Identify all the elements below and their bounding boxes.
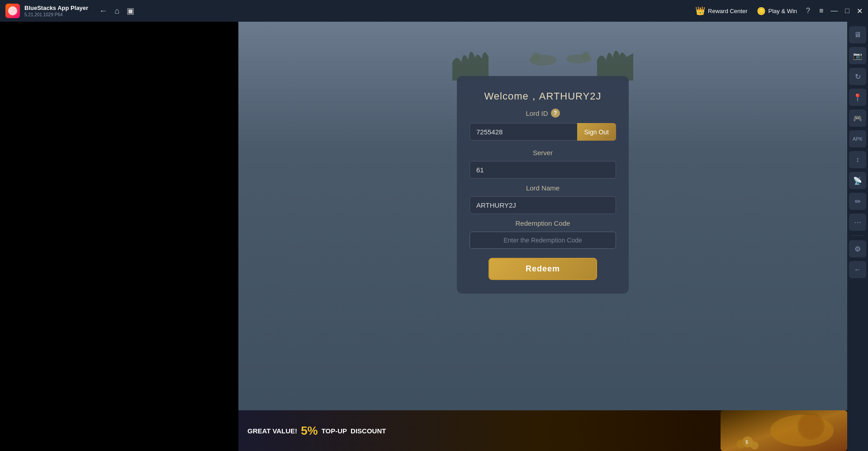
sidebar-edit-button[interactable]: ✏ — [849, 193, 866, 210]
back-button[interactable]: ← — [99, 6, 107, 16]
close-button[interactable]: ✕ — [857, 7, 863, 15]
sidebar-divider — [851, 235, 864, 236]
server-input[interactable] — [470, 161, 616, 179]
redeem-button[interactable]: Redeem — [489, 258, 597, 280]
sidebar-gamepad-button[interactable]: 🎮 — [849, 109, 866, 127]
svg-point-1 — [531, 52, 541, 62]
banner-percent: 5% — [301, 424, 318, 438]
banner-great: GREAT — [247, 427, 270, 435]
svg-point-9 — [736, 440, 745, 449]
redemption-code-label: Redemption Code — [516, 219, 570, 227]
home-button[interactable]: ⌂ — [114, 6, 119, 16]
help-button[interactable]: ? — [806, 7, 810, 15]
right-sidebar: 🖥 📷 ↻ 📍 🎮 APK ↕ 📡 ✏ ⋯ ⚙ ← — [847, 22, 868, 451]
menu-button[interactable]: ≡ — [819, 7, 823, 15]
lord-name-label: Lord Name — [526, 184, 560, 192]
window-controls: — □ ✕ — [830, 7, 863, 15]
left-area — [0, 22, 238, 451]
center-area: Welcome，ARTHURY2J Lord ID ? Sign Out Ser… — [238, 22, 847, 451]
promo-banner[interactable]: GREAT VALUE! 5% TOP-UP DISCOUNT — [238, 410, 847, 451]
sidebar-more-button[interactable]: ⋯ — [849, 214, 866, 231]
sidebar-back-button[interactable]: ← — [849, 261, 866, 278]
minimize-button[interactable]: — — [830, 7, 838, 15]
redemption-code-input[interactable] — [470, 232, 616, 249]
main-area: Welcome，ARTHURY2J Lord ID ? Sign Out Ser… — [0, 22, 868, 451]
reward-center-label: Reward Center — [708, 8, 747, 14]
app-logo — [5, 4, 20, 18]
lord-id-row: Sign Out — [470, 123, 616, 141]
windows-button[interactable]: ▣ — [127, 6, 134, 16]
app-name: BlueStacks App Player — [24, 5, 88, 11]
sign-out-button[interactable]: Sign Out — [577, 123, 616, 141]
lord-name-input[interactable] — [470, 196, 616, 214]
app-version: 5.21.201.1029 P64 — [24, 12, 88, 17]
reward-center-button[interactable]: 👑 Reward Center — [695, 6, 747, 16]
svg-point-7 — [797, 413, 825, 440]
banner-topup: TOP-UP — [322, 427, 347, 435]
silhouette-decoration — [238, 22, 847, 81]
crown-icon: 👑 — [695, 6, 705, 16]
lord-id-help-icon[interactable]: ? — [551, 109, 560, 118]
sidebar-apk-button[interactable]: APK — [849, 130, 866, 147]
sidebar-settings-button[interactable]: ⚙ — [849, 240, 866, 257]
sidebar-resize-button[interactable]: ↕ — [849, 151, 866, 168]
play-win-button[interactable]: 🪙 Play & Win — [757, 7, 797, 15]
server-label: Server — [533, 149, 553, 157]
svg-point-3 — [582, 52, 590, 60]
sidebar-camera-button[interactable]: 📷 — [849, 47, 866, 64]
svg-text:$: $ — [745, 440, 748, 445]
titlebar: BlueStacks App Player 5.21.201.1029 P64 … — [0, 0, 868, 22]
lord-id-input[interactable] — [470, 123, 577, 141]
sidebar-display-button[interactable]: 🖥 — [849, 26, 866, 43]
titlebar-nav: ← ⌂ ▣ — [99, 6, 134, 16]
play-win-label: Play & Win — [768, 8, 797, 14]
titlebar-right: 👑 Reward Center 🪙 Play & Win ? ≡ — [695, 6, 823, 16]
redemption-card: Welcome，ARTHURY2J Lord ID ? Sign Out Ser… — [457, 76, 629, 294]
banner-discount: DISCOUNT — [351, 427, 386, 435]
sidebar-rotate-button[interactable]: ↻ — [849, 68, 866, 85]
sidebar-network-button[interactable]: 📡 — [849, 172, 866, 189]
coin-icon: 🪙 — [757, 7, 766, 15]
sidebar-location-button[interactable]: 📍 — [849, 89, 866, 106]
svg-point-10 — [750, 442, 759, 450]
welcome-text: Welcome，ARTHURY2J — [484, 90, 601, 103]
banner-lion-image: $ — [721, 410, 847, 451]
maximize-button[interactable]: □ — [845, 7, 849, 15]
banner-value: VALUE! — [272, 427, 297, 435]
banner-content: GREAT VALUE! 5% TOP-UP DISCOUNT — [247, 424, 386, 438]
lord-id-label: Lord ID ? — [526, 109, 560, 118]
